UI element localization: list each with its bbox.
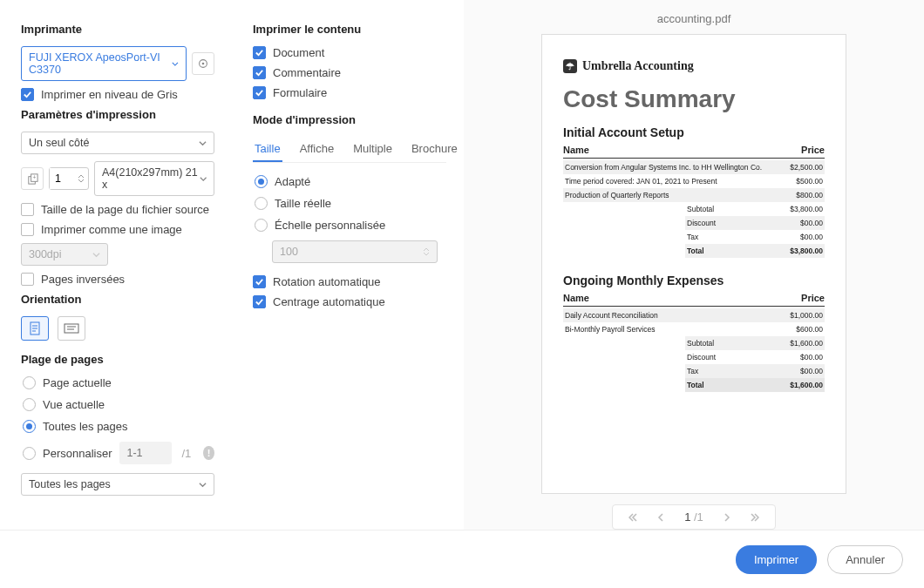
pager-last-button[interactable] [751,513,759,522]
grayscale-label: Imprimer en niveau de Gris [41,88,178,101]
range-current-view-radio[interactable]: Vue actuelle [21,398,214,411]
content-document-label: Document [273,46,324,59]
source-page-size-label: Taille de la page du fichier source [41,203,209,216]
orientation-section-title: Orientation [21,293,214,306]
info-icon[interactable]: ! [203,446,214,460]
dpi-value: 300dpi [29,248,62,260]
table-row: Daily Account Reconciliation$1,000.00 [563,308,825,322]
printer-section-title: Imprimante [21,23,214,36]
chevron-down-icon [199,481,207,489]
content-section-title: Imprimer le contenu [253,23,446,36]
chevron-down-icon [200,175,207,183]
pager-position: 1 /1 [684,510,703,524]
tab-brochure[interactable]: Brochure [410,137,459,162]
umbrella-icon: ☂ [563,59,577,73]
page-subset-value: Toutes les pages [29,478,111,490]
auto-center-label: Centrage automatique [273,295,385,308]
preview-section1-title: Initial Account Setup [563,125,825,139]
print-as-image-label: Imprimer comme une image [41,223,182,236]
content-comment-label: Commentaire [273,66,341,79]
table-row: Conversion from Angular Systems Inc. to … [563,160,825,174]
svg-text:+: + [32,174,36,180]
pager-first-button[interactable] [628,513,637,522]
source-page-size-checkbox[interactable] [21,203,34,216]
duplex-value: Un seul côté [29,137,89,149]
content-form-checkbox[interactable] [253,86,266,99]
page-subset-select[interactable]: Toutes les pages [21,473,214,496]
scale-fit-radio[interactable]: Adapté [253,175,446,188]
duplex-select[interactable]: Un seul côté [21,132,214,154]
settings-section-title: Paramètres d'impression [21,108,214,121]
cancel-button[interactable]: Annuler [827,545,903,574]
tab-multiple[interactable]: Multiple [351,137,394,162]
content-form-label: Formulaire [273,86,327,99]
pager-next-button[interactable] [723,513,731,522]
portrait-icon [29,321,41,335]
range-total-label: /1 [182,447,192,460]
print-button[interactable]: Imprimer [736,545,817,574]
orientation-landscape-button[interactable] [58,316,85,341]
preview-section2-title: Ongoing Monthly Expenses [563,274,825,287]
preview-page: ☂ Umbrella Accounting Cost Summary Initi… [541,34,846,494]
svg-rect-9 [65,324,78,333]
copies-spinner[interactable] [49,167,89,190]
content-document-checkbox[interactable] [253,46,266,59]
preview-filename: accounting.pdf [657,12,731,25]
paper-size-value: A4(210x297mm) 21 x [102,166,200,191]
grayscale-checkbox[interactable] [21,88,34,101]
orientation-portrait-button[interactable] [21,316,49,341]
scale-percent-value: 100 [280,246,298,258]
auto-rotate-checkbox[interactable] [253,275,266,288]
paper-size-select[interactable]: A4(210x297mm) 21 x [94,161,214,196]
dpi-select: 300dpi [21,243,108,266]
printer-select[interactable]: FUJI XEROX ApeosPort-VI C3370 [21,46,187,81]
range-custom-input[interactable] [119,442,172,464]
preview-title: Cost Summary [563,85,825,113]
range-current-page-radio[interactable]: Page actuelle [21,376,214,389]
table-row: Time period covered: JAN 01, 2021 to Pre… [563,174,825,188]
table-row: Production of Quarterly Reports$800.00 [563,188,825,202]
chevron-down-icon [199,139,207,147]
content-comment-checkbox[interactable] [253,66,266,79]
scale-custom-radio[interactable]: Échelle personnalisée [253,219,446,232]
preview-logo: ☂ Umbrella Accounting [563,59,825,73]
copies-input[interactable] [50,168,74,189]
page-range-section-title: Plage de pages [21,353,214,366]
chevron-down-icon [92,251,100,259]
landscape-icon [64,322,79,335]
collate-button[interactable]: + [21,167,44,190]
chevron-down-icon[interactable] [78,179,85,183]
auto-rotate-label: Rotation automatique [273,275,381,288]
chevron-down-icon [423,252,430,256]
scale-actual-radio[interactable]: Taille réelle [253,197,446,210]
reverse-pages-label: Pages inversées [41,273,125,286]
table-row: Bi-Monthly Payroll Services$600.00 [563,322,825,336]
printer-reset-button[interactable] [192,52,214,75]
target-icon [197,57,209,70]
tab-size[interactable]: Taille [253,137,282,162]
svg-point-1 [202,63,205,65]
pager-prev-button[interactable] [656,513,665,522]
copies-icon: + [26,172,39,186]
reverse-pages-checkbox[interactable] [21,273,34,286]
range-custom-radio[interactable]: Personnaliser /1 ! [21,442,214,464]
tab-poster[interactable]: Affiche [298,137,336,162]
printer-value: FUJI XEROX ApeosPort-VI C3370 [29,51,172,76]
auto-center-checkbox[interactable] [253,295,266,308]
print-as-image-checkbox[interactable] [21,223,34,236]
chevron-down-icon [172,60,179,68]
range-all-pages-radio[interactable]: Toutes les pages [21,420,214,433]
preview-pager: 1 /1 [612,504,776,530]
scale-percent-input: 100 [272,240,438,263]
mode-section-title: Mode d'impression [253,113,446,126]
